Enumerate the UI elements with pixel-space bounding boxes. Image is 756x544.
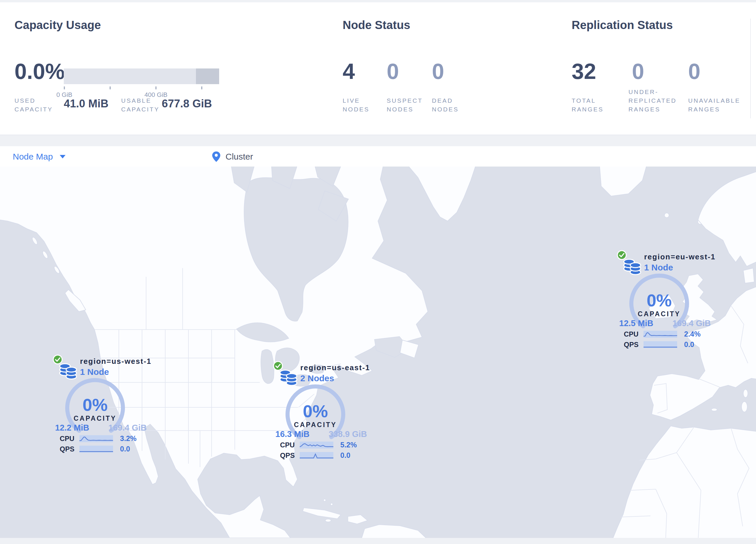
breadcrumb-label: Cluster xyxy=(226,151,253,161)
node-status-title: Node Status xyxy=(343,19,410,32)
cpu-value: 3.2% xyxy=(120,435,137,443)
qps-sparkline xyxy=(644,341,677,348)
cpu-sparkline xyxy=(300,442,333,449)
capacity-usage-title: Capacity Usage xyxy=(14,19,101,32)
cluster-overview-panel: Capacity Usage 0.0% 0 GiB 400 GiB USED C… xyxy=(0,2,756,135)
capacity-bar-nonusable-segment xyxy=(196,68,219,84)
cpu-sparkline xyxy=(644,331,677,338)
dead-nodes-count: 0 xyxy=(432,60,444,82)
capacity-bar-tick xyxy=(110,86,110,89)
map-pin-icon xyxy=(212,151,220,162)
capacity-caption: CAPACITY xyxy=(61,415,129,422)
view-selector-dropdown[interactable]: Node Map xyxy=(13,146,66,166)
qps-sparkline xyxy=(300,452,333,459)
capacity-bar xyxy=(64,68,219,84)
qps-value: 0.0 xyxy=(684,341,694,349)
capacity-total-value: 338.9 GiB xyxy=(329,429,367,439)
capacity-caption: CAPACITY xyxy=(626,311,693,318)
locality-marker-us-east-1[interactable]: region=us-east-1 2 Nodes 0% CAPACITY 16.… xyxy=(273,361,377,463)
suspect-nodes-count: 0 xyxy=(387,60,399,82)
replication-status-title: Replication Status xyxy=(572,19,673,32)
capacity-used-value: 12.5 MiB xyxy=(619,319,653,328)
capacity-bar-tick-label: 0 GiB xyxy=(56,91,72,98)
capacity-used-value: 16.3 MiB xyxy=(275,429,310,439)
capacity-percent: 0% xyxy=(282,402,349,421)
locality-region-label[interactable]: region=eu-west-1 xyxy=(644,252,716,261)
capacity-caption: CAPACITY xyxy=(282,421,349,428)
map-toolbar: Node Map Cluster 10m Past 10 Minutes xyxy=(0,146,756,167)
capacity-percent: 0% xyxy=(626,291,693,311)
usable-capacity-label: USABLE CAPACITY xyxy=(121,96,159,114)
node-map-canvas: region=us-west-1 1 Node 0% CAPACITY 12.2… xyxy=(0,166,756,538)
usable-capacity-value: 677.8 GiB xyxy=(162,97,212,110)
under-replicated-ranges-count: 0 xyxy=(632,60,644,82)
qps-value: 0.0 xyxy=(120,445,130,453)
qps-label: QPS xyxy=(280,452,300,460)
cpu-label: CPU xyxy=(60,435,79,443)
unavailable-ranges-count: 0 xyxy=(688,60,700,82)
qps-sparkline xyxy=(79,446,113,453)
capacity-used-value: 12.2 MiB xyxy=(55,423,89,432)
capacity-bar-tick xyxy=(155,86,156,89)
locality-marker-eu-west-1[interactable]: region=eu-west-1 1 Node 0% CAPACITY 12.5… xyxy=(617,250,721,352)
capacity-total-value: 169.4 GiB xyxy=(673,319,711,328)
cpu-value: 5.2% xyxy=(340,441,357,449)
capacity-percent: 0% xyxy=(61,395,129,415)
capacity-used-percent: 0.0% xyxy=(14,60,65,82)
caret-down-icon xyxy=(60,155,66,158)
breadcrumb[interactable]: Cluster xyxy=(212,146,253,166)
capacity-total-value: 169.4 GiB xyxy=(108,423,147,432)
qps-label: QPS xyxy=(60,445,79,453)
cpu-label: CPU xyxy=(280,441,300,449)
live-nodes-count: 4 xyxy=(343,60,355,82)
cpu-label: CPU xyxy=(624,330,644,338)
live-nodes-label: LIVE NODES xyxy=(343,96,370,114)
dead-nodes-label: DEAD NODES xyxy=(432,96,459,114)
world-map xyxy=(0,166,756,538)
suspect-nodes-label: SUSPECT NODES xyxy=(387,96,423,114)
panel-divider xyxy=(750,19,751,118)
cpu-value: 2.4% xyxy=(684,330,701,338)
capacity-bar-tick xyxy=(201,86,202,89)
used-capacity-value: 41.0 MiB xyxy=(64,97,108,110)
qps-value: 0.0 xyxy=(340,452,350,460)
total-ranges-label: TOTAL RANGES xyxy=(572,96,604,114)
cpu-sparkline xyxy=(79,435,113,442)
page-bottom-margin xyxy=(0,538,756,544)
unavailable-ranges-label: UNAVAILABLE RANGES xyxy=(688,96,740,114)
used-capacity-label: USED CAPACITY xyxy=(14,96,53,114)
total-ranges-count: 32 xyxy=(572,60,596,82)
node-map-page: Capacity Usage 0.0% 0 GiB 400 GiB USED C… xyxy=(0,0,756,544)
view-selector-label: Node Map xyxy=(13,151,53,161)
under-replicated-ranges-label: UNDER- REPLICATED RANGES xyxy=(628,88,677,114)
locality-marker-us-west-1[interactable]: region=us-west-1 1 Node 0% CAPACITY 12.2… xyxy=(53,355,157,457)
locality-region-label[interactable]: region=us-west-1 xyxy=(80,357,152,366)
qps-label: QPS xyxy=(624,341,644,349)
capacity-bar-tick xyxy=(64,86,65,89)
locality-region-label[interactable]: region=us-east-1 xyxy=(300,363,370,372)
